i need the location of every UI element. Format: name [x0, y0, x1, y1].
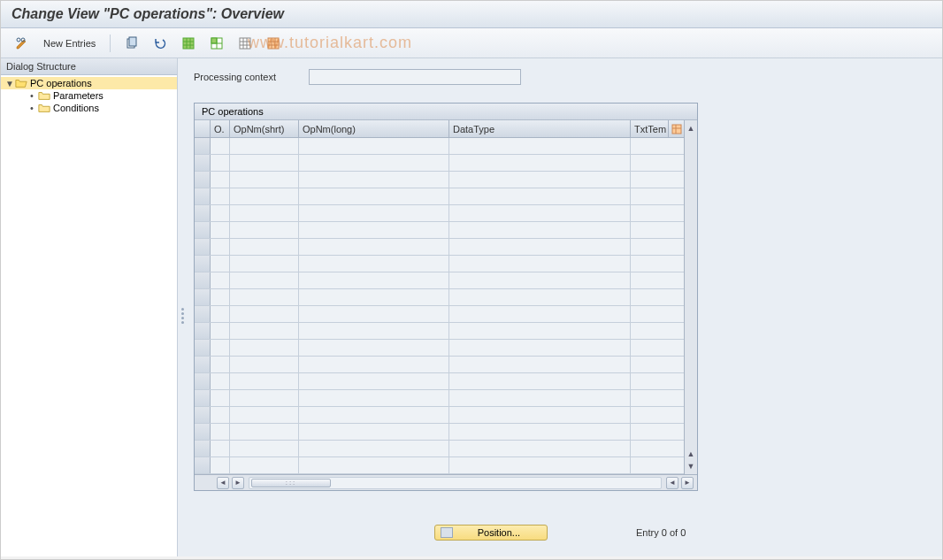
table-settings-button[interactable] — [668, 120, 684, 137]
row-selector[interactable] — [195, 340, 211, 356]
row-selector[interactable] — [195, 323, 211, 339]
row-selector[interactable] — [195, 172, 211, 188]
tree-node-parameters[interactable]: • Parameters — [1, 89, 177, 102]
deselect-all-button[interactable] — [233, 34, 257, 53]
bullet-icon: • — [26, 90, 38, 101]
row-selector[interactable] — [195, 155, 211, 171]
undo-button[interactable] — [148, 34, 172, 53]
row-selector[interactable] — [195, 407, 211, 423]
splitter-handle[interactable] — [181, 308, 184, 333]
table-row[interactable] — [195, 172, 684, 188]
copy-as-button[interactable] — [119, 34, 144, 53]
table-row[interactable] — [195, 188, 684, 205]
table-row[interactable] — [195, 323, 684, 340]
column-header-o[interactable]: O. — [211, 120, 230, 137]
entry-count-text: Entry 0 of 0 — [636, 527, 686, 538]
table-row[interactable] — [195, 441, 684, 457]
scroll-right-icon[interactable]: ► — [232, 477, 244, 489]
new-entries-button[interactable]: New Entries — [38, 34, 101, 53]
table-row[interactable] — [195, 357, 684, 373]
row-selector[interactable] — [195, 457, 211, 473]
toolbar: New Entries — [1, 28, 942, 58]
folder-closed-icon — [38, 103, 50, 113]
sidebar: Dialog Structure ▼ PC operations • Param… — [1, 58, 178, 556]
table-row[interactable] — [195, 457, 684, 474]
tree-node-pc-operations[interactable]: ▼ PC operations — [1, 77, 177, 89]
scroll-down-arrow-icon[interactable]: ▲ — [687, 448, 695, 460]
vertical-scrollbar[interactable]: ▲ ▲ ▼ — [684, 120, 697, 474]
svg-point-0 — [17, 38, 20, 42]
svg-rect-4 — [183, 38, 194, 49]
tree-node-label: PC operations — [30, 78, 92, 88]
row-selector[interactable] — [195, 373, 211, 389]
row-selector[interactable] — [195, 188, 211, 204]
scroll-track[interactable]: ::: — [249, 477, 662, 489]
table-row[interactable] — [195, 390, 684, 407]
table-header-row: O. OpNm(shrt) OpNm(long) DataType TxtTem — [195, 120, 684, 138]
pencil-glasses-icon — [15, 36, 29, 50]
table-row[interactable] — [195, 373, 684, 390]
table-rows — [195, 138, 684, 474]
row-selector[interactable] — [195, 357, 211, 372]
scroll-left-icon[interactable]: ◄ — [217, 477, 229, 489]
toggle-display-change-button[interactable] — [10, 34, 34, 53]
scroll-left-end-icon[interactable]: ◄ — [666, 477, 678, 489]
grid-select-icon — [181, 36, 196, 50]
table-row[interactable] — [195, 272, 684, 289]
row-selector[interactable] — [195, 272, 211, 288]
column-header-opnm-long[interactable]: OpNm(long) — [299, 120, 449, 137]
table-settings-icon — [671, 124, 682, 134]
table-body: O. OpNm(shrt) OpNm(long) DataType TxtTem — [195, 120, 684, 474]
folder-closed-icon — [38, 90, 50, 101]
svg-rect-18 — [268, 38, 279, 49]
bullet-icon: • — [26, 103, 38, 113]
grid-deselect-icon — [238, 36, 252, 50]
row-selector[interactable] — [195, 138, 211, 154]
table-title: PC operations — [195, 104, 697, 120]
new-entries-label: New Entries — [43, 38, 96, 49]
tree-expand-icon[interactable]: ▼ — [4, 79, 15, 88]
scroll-up-arrow-icon[interactable]: ▲ — [687, 122, 695, 134]
row-selector[interactable] — [195, 239, 211, 255]
table-row[interactable] — [195, 138, 684, 155]
table-row[interactable] — [195, 155, 684, 172]
processing-context-label: Processing context — [194, 72, 309, 82]
row-selector-header[interactable] — [195, 120, 211, 137]
scroll-thumb[interactable]: ::: — [251, 479, 331, 487]
select-block-button[interactable] — [204, 34, 229, 53]
sidebar-header: Dialog Structure — [1, 58, 177, 75]
table-row[interactable] — [195, 239, 684, 256]
print-grid-icon — [266, 36, 280, 50]
horizontal-scrollbar[interactable]: ◄ ► ::: ◄ ► — [195, 474, 697, 490]
row-selector[interactable] — [195, 390, 211, 406]
footer: Position... Entry 0 of 0 — [178, 525, 942, 541]
row-selector[interactable] — [195, 205, 211, 221]
row-selector[interactable] — [195, 306, 211, 322]
row-selector[interactable] — [195, 441, 211, 456]
column-header-txttem[interactable]: TxtTem — [631, 120, 668, 137]
position-button[interactable]: Position... — [434, 525, 548, 541]
column-header-datatype[interactable]: DataType — [449, 120, 631, 137]
row-selector[interactable] — [195, 424, 211, 440]
scroll-right-end-icon[interactable]: ► — [681, 477, 694, 489]
column-header-opnm-short[interactable]: OpNm(shrt) — [230, 120, 299, 137]
scroll-down-arrow-icon[interactable]: ▼ — [687, 460, 695, 472]
table-row[interactable] — [195, 424, 684, 441]
table-row[interactable] — [195, 340, 684, 357]
table-row[interactable] — [195, 407, 684, 424]
print-button[interactable] — [261, 34, 286, 53]
processing-context-input[interactable] — [309, 69, 521, 85]
table-row[interactable] — [195, 289, 684, 306]
grid-block-icon — [210, 36, 224, 50]
row-selector[interactable] — [195, 256, 211, 272]
undo-icon — [153, 36, 167, 50]
table-row[interactable] — [195, 306, 684, 323]
folder-open-icon — [15, 78, 27, 88]
select-all-button[interactable] — [176, 34, 201, 53]
row-selector[interactable] — [195, 289, 211, 305]
table-row[interactable] — [195, 205, 684, 222]
table-row[interactable] — [195, 256, 684, 272]
row-selector[interactable] — [195, 222, 211, 238]
tree-node-conditions[interactable]: • Conditions — [1, 102, 177, 114]
table-row[interactable] — [195, 222, 684, 239]
